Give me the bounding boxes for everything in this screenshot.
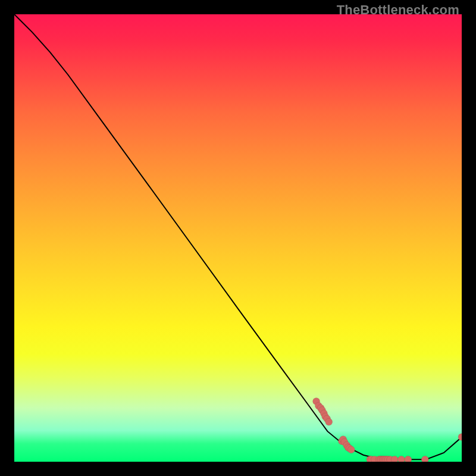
data-point: [325, 418, 333, 425]
data-point: [391, 456, 398, 462]
chart-overlay: [14, 14, 462, 462]
data-points-group: [313, 398, 462, 462]
watermark-text: TheBottleneck.com: [337, 2, 459, 18]
chart-container: TheBottleneck.com: [0, 0, 476, 476]
data-point: [421, 456, 428, 462]
data-point: [405, 456, 412, 462]
bottleneck-curve: [14, 14, 462, 459]
data-point: [398, 456, 405, 462]
data-point: [347, 446, 355, 453]
